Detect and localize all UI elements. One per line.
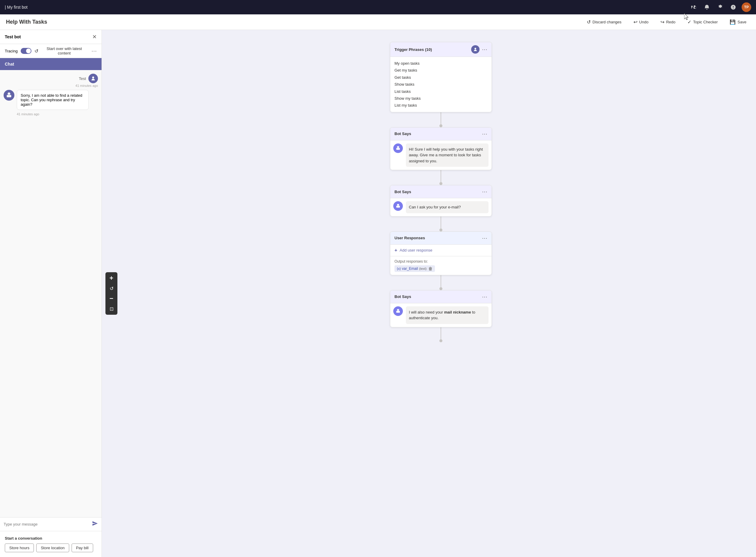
connector-3 bbox=[441, 216, 441, 229]
connector-1 bbox=[441, 112, 441, 124]
start-conversation-label: Start a conversation bbox=[5, 536, 97, 540]
undo-button[interactable]: ↩ Undo bbox=[630, 18, 652, 27]
add-user-response-button[interactable]: + Add user response bbox=[390, 245, 492, 256]
bot-says-2-content: Can I ask you for your e-mail? bbox=[390, 198, 492, 216]
zoom-controls: + ↺ − ⊡ bbox=[106, 272, 117, 315]
start-over-button[interactable]: ↺ Start over with latest content bbox=[34, 47, 88, 55]
start-conversation: Start a conversation Store hours Store l… bbox=[0, 531, 101, 557]
test-panel-close-button[interactable]: ✕ bbox=[92, 33, 97, 40]
tracing-toggle[interactable] bbox=[21, 48, 31, 54]
zoom-out-button[interactable]: − bbox=[107, 294, 116, 303]
svg-rect-8 bbox=[397, 204, 399, 206]
connector-5 bbox=[441, 327, 441, 339]
chat-message-bot: Sorry, I am not able to find a related t… bbox=[4, 90, 98, 110]
list-item: Show my tasks bbox=[395, 95, 487, 102]
topic-checker-button[interactable]: ✓ Topic Checker bbox=[684, 18, 721, 27]
flow-container: Trigger Phrases (10) ⋯ My open tasks Get… bbox=[120, 36, 750, 557]
svg-point-2 bbox=[8, 95, 9, 96]
tracing-more-icon[interactable]: ⋯ bbox=[91, 48, 97, 54]
plus-icon: + bbox=[395, 248, 397, 253]
trigger-user-icon bbox=[471, 45, 479, 54]
help-icon[interactable] bbox=[728, 2, 738, 12]
user-avatar-chat bbox=[88, 74, 98, 83]
trigger-node-header: Trigger Phrases (10) ⋯ bbox=[390, 42, 492, 57]
pay-bill-button[interactable]: Pay bill bbox=[71, 544, 93, 552]
chat-input[interactable] bbox=[4, 522, 92, 526]
connector-dot-4 bbox=[439, 287, 442, 290]
var-icon: {x} bbox=[397, 267, 401, 270]
bot-says-2-title: Bot Says bbox=[395, 189, 411, 194]
user-responses-more-button[interactable]: ⋯ bbox=[482, 235, 487, 241]
page-title: Help With Tasks bbox=[6, 19, 578, 25]
send-button[interactable] bbox=[92, 521, 98, 528]
canvas-area: + ↺ − ⊡ Trigger Phrases (10) ⋯ bbox=[102, 30, 756, 557]
settings-icon[interactable] bbox=[715, 2, 725, 12]
people-icon[interactable] bbox=[689, 2, 698, 12]
test-panel-title: Test bot bbox=[5, 34, 92, 39]
delete-var-button[interactable]: 🗑 bbox=[428, 266, 433, 271]
bot-says-2-more-button[interactable]: ⋯ bbox=[482, 188, 487, 195]
connector-4 bbox=[441, 275, 441, 287]
trigger-node-title: Trigger Phrases (10) bbox=[395, 47, 432, 52]
tracing-bar: Tracing ↺ Start over with latest content… bbox=[0, 44, 101, 58]
bot-says-3-title: Bot Says bbox=[395, 294, 411, 299]
chat-area[interactable]: Test 41 minutes ago Sorry, I am not able… bbox=[0, 70, 101, 517]
conversation-buttons: Store hours Store location Pay bill bbox=[5, 544, 97, 552]
bot-says-1-title: Bot Says bbox=[395, 131, 411, 136]
reset-view-button[interactable]: ↺ bbox=[107, 284, 116, 293]
discard-changes-button[interactable]: ↺ Discard changes bbox=[583, 18, 625, 27]
bot-says-3-text: I will also need your mail nickname to a… bbox=[406, 306, 489, 324]
store-hours-button[interactable]: Store hours bbox=[5, 544, 34, 552]
fit-view-button[interactable]: ⊡ bbox=[107, 304, 116, 314]
list-item: Get my tasks bbox=[395, 67, 487, 74]
bot-says-2-header: Bot Says ⋯ bbox=[390, 185, 492, 198]
bot-says-node-3: Bot Says ⋯ I will also need your mail ni… bbox=[390, 290, 492, 327]
bot-bubble: Sorry, I am not able to find a related t… bbox=[17, 90, 89, 110]
main-layout: Test bot ✕ Tracing ↺ Start over with lat… bbox=[0, 30, 756, 557]
add-response-label: Add user response bbox=[400, 248, 432, 253]
svg-rect-1 bbox=[7, 95, 11, 97]
output-section: Output responses to: {x} var_Email (text… bbox=[390, 256, 492, 275]
svg-rect-6 bbox=[397, 146, 399, 148]
bot-says-1-header: Bot Says ⋯ bbox=[390, 127, 492, 141]
svg-rect-0 bbox=[8, 93, 10, 95]
svg-rect-9 bbox=[396, 206, 400, 208]
top-nav: | My first bot TP bbox=[0, 0, 756, 14]
bot-says-1-more-button[interactable]: ⋯ bbox=[482, 130, 487, 137]
tracing-label: Tracing bbox=[5, 49, 18, 53]
connector-dot-5 bbox=[439, 339, 442, 342]
output-var: {x} var_Email (text) 🗑 bbox=[395, 265, 435, 272]
connector-dot-3 bbox=[439, 229, 442, 232]
bot-avatar-chat bbox=[4, 90, 14, 100]
flow-node-wrapper: Trigger Phrases (10) ⋯ My open tasks Get… bbox=[138, 42, 744, 342]
store-location-button[interactable]: Store location bbox=[36, 544, 69, 552]
app-title: | My first bot bbox=[5, 5, 28, 9]
var-name: var_Email bbox=[402, 266, 418, 271]
bot-says-node-2: Bot Says ⋯ Can I ask you for your e-mail… bbox=[390, 185, 492, 216]
bot-says-1-avatar bbox=[393, 143, 403, 153]
chat-input-area bbox=[0, 517, 101, 531]
list-item: My open tasks bbox=[395, 60, 487, 67]
svg-rect-7 bbox=[396, 148, 400, 150]
user-avatar[interactable]: TP bbox=[742, 2, 751, 12]
save-button[interactable]: 💾 Save bbox=[726, 18, 750, 27]
save-icon: 💾 bbox=[730, 19, 736, 25]
bot-message-text: Sorry, I am not able to find a related t… bbox=[21, 93, 82, 107]
list-item: Show tasks bbox=[395, 81, 487, 88]
bot-says-3-header: Bot Says ⋯ bbox=[390, 291, 492, 303]
bot-says-3-avatar bbox=[393, 306, 403, 316]
bot-says-2-text: Can I ask you for your e-mail? bbox=[406, 201, 489, 213]
refresh-icon: ↺ bbox=[34, 48, 38, 54]
sub-header: Help With Tasks ↺ Discard changes ↩ Undo… bbox=[0, 14, 756, 30]
bell-icon[interactable] bbox=[702, 2, 712, 12]
user-responses-title: User Responses bbox=[395, 236, 425, 240]
user-responses-header: User Responses ⋯ bbox=[390, 232, 492, 245]
bot-says-2-avatar bbox=[393, 201, 403, 211]
zoom-in-button[interactable]: + bbox=[107, 273, 116, 283]
redo-button[interactable]: ↪ Redo bbox=[657, 18, 679, 27]
bot-says-3-content: I will also need your mail nickname to a… bbox=[390, 303, 492, 327]
trigger-more-button[interactable]: ⋯ bbox=[482, 46, 487, 53]
bot-says-3-more-button[interactable]: ⋯ bbox=[482, 293, 487, 300]
list-item: Get tasks bbox=[395, 74, 487, 81]
bot-message-timestamp: 41 minutes ago bbox=[4, 112, 98, 116]
